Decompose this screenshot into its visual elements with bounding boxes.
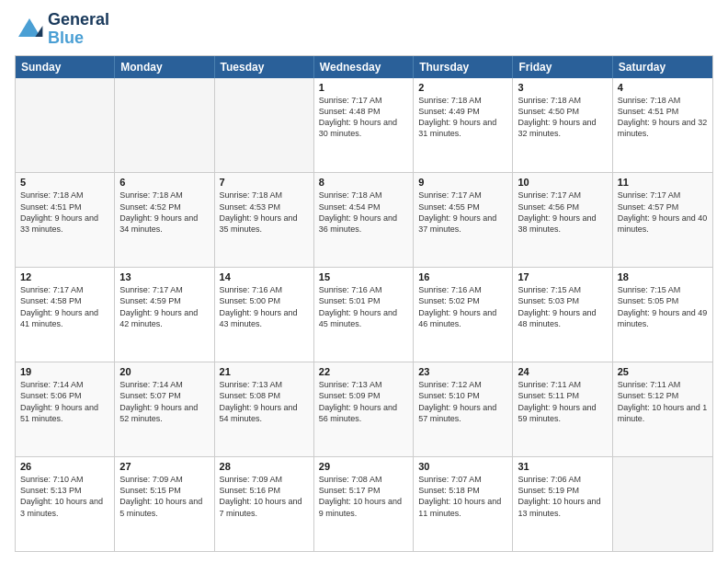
cell-info: Sunrise: 7:18 AMSunset: 4:50 PMDaylight:… [518,95,607,140]
week-row-3: 12Sunrise: 7:17 AMSunset: 4:58 PMDayligh… [16,267,712,362]
day-number: 3 [518,82,607,93]
week-row-4: 19Sunrise: 7:14 AMSunset: 5:06 PMDayligh… [16,362,712,456]
cell-info: Sunrise: 7:18 AMSunset: 4:49 PMDaylight:… [418,95,507,140]
day-number: 4 [618,82,708,93]
day-number: 2 [418,82,507,93]
cal-cell: 3Sunrise: 7:18 AMSunset: 4:50 PMDaylight… [513,78,612,173]
cell-info: Sunrise: 7:18 AMSunset: 4:52 PMDaylight:… [119,190,209,235]
day-number: 11 [618,177,708,188]
cal-cell [215,78,314,173]
cell-info: Sunrise: 7:08 AMSunset: 5:17 PMDaylight:… [319,474,408,519]
cell-info: Sunrise: 7:15 AMSunset: 5:03 PMDaylight:… [518,284,607,329]
cal-cell: 5Sunrise: 7:18 AMSunset: 4:51 PMDaylight… [16,173,115,267]
cell-info: Sunrise: 7:11 AMSunset: 5:11 PMDaylight:… [518,379,607,424]
cell-info: Sunrise: 7:11 AMSunset: 5:12 PMDaylight:… [618,379,708,424]
cal-cell [16,78,115,173]
cal-cell: 27Sunrise: 7:09 AMSunset: 5:15 PMDayligh… [115,457,214,551]
cell-info: Sunrise: 7:16 AMSunset: 5:02 PMDaylight:… [418,284,507,329]
cal-cell: 9Sunrise: 7:17 AMSunset: 4:55 PMDaylight… [414,173,513,267]
cal-cell: 20Sunrise: 7:14 AMSunset: 5:07 PMDayligh… [115,362,214,456]
cal-cell: 7Sunrise: 7:18 AMSunset: 4:53 PMDaylight… [215,173,314,267]
cell-info: Sunrise: 7:10 AMSunset: 5:13 PMDaylight:… [20,474,109,519]
cal-cell: 10Sunrise: 7:17 AMSunset: 4:56 PMDayligh… [513,173,612,267]
calendar-body: 1Sunrise: 7:17 AMSunset: 4:48 PMDaylight… [16,78,712,551]
day-number: 26 [20,461,109,472]
cell-info: Sunrise: 7:18 AMSunset: 4:53 PMDaylight:… [220,190,309,235]
day-header-friday: Friday [513,56,612,78]
cell-info: Sunrise: 7:17 AMSunset: 4:55 PMDaylight:… [418,190,507,235]
calendar-header: SundayMondayTuesdayWednesdayThursdayFrid… [16,56,712,78]
cell-info: Sunrise: 7:17 AMSunset: 4:56 PMDaylight:… [518,190,607,235]
day-number: 21 [220,366,309,377]
cal-cell: 8Sunrise: 7:18 AMSunset: 4:54 PMDaylight… [314,173,414,267]
day-header-thursday: Thursday [414,56,513,78]
cell-info: Sunrise: 7:17 AMSunset: 4:57 PMDaylight:… [618,190,708,235]
page: General Blue SundayMondayTuesdayWednesda… [0,0,728,563]
cal-cell: 14Sunrise: 7:16 AMSunset: 5:00 PMDayligh… [215,268,314,362]
calendar: SundayMondayTuesdayWednesdayThursdayFrid… [15,55,713,552]
cell-info: Sunrise: 7:06 AMSunset: 5:19 PMDaylight:… [518,474,607,519]
cal-cell: 16Sunrise: 7:16 AMSunset: 5:02 PMDayligh… [414,268,513,362]
logo: General Blue [15,11,109,48]
day-number: 9 [418,177,507,188]
day-header-sunday: Sunday [16,56,115,78]
cell-info: Sunrise: 7:14 AMSunset: 5:06 PMDaylight:… [20,379,109,424]
cell-info: Sunrise: 7:17 AMSunset: 4:58 PMDaylight:… [20,284,109,329]
day-number: 30 [418,461,507,472]
cell-info: Sunrise: 7:16 AMSunset: 5:01 PMDaylight:… [319,284,408,329]
day-number: 22 [319,366,408,377]
day-number: 1 [319,82,408,93]
day-number: 19 [20,366,109,377]
day-number: 16 [418,271,507,282]
cal-cell: 31Sunrise: 7:06 AMSunset: 5:19 PMDayligh… [513,457,612,551]
cal-cell: 30Sunrise: 7:07 AMSunset: 5:18 PMDayligh… [414,457,513,551]
cal-cell: 13Sunrise: 7:17 AMSunset: 4:59 PMDayligh… [115,268,214,362]
cal-cell: 25Sunrise: 7:11 AMSunset: 5:12 PMDayligh… [613,362,712,456]
cal-cell: 24Sunrise: 7:11 AMSunset: 5:11 PMDayligh… [513,362,612,456]
cal-cell: 15Sunrise: 7:16 AMSunset: 5:01 PMDayligh… [314,268,414,362]
header: General Blue [15,11,713,48]
cal-cell: 28Sunrise: 7:09 AMSunset: 5:16 PMDayligh… [215,457,314,551]
cal-cell [613,457,712,551]
day-number: 5 [20,177,109,188]
cal-cell: 6Sunrise: 7:18 AMSunset: 4:52 PMDaylight… [115,173,214,267]
day-number: 23 [418,366,507,377]
day-number: 24 [518,366,607,377]
cell-info: Sunrise: 7:16 AMSunset: 5:00 PMDaylight:… [220,284,309,329]
week-row-1: 1Sunrise: 7:17 AMSunset: 4:48 PMDaylight… [16,78,712,173]
cal-cell: 2Sunrise: 7:18 AMSunset: 4:49 PMDaylight… [414,78,513,173]
day-number: 13 [119,271,209,282]
cal-cell [115,78,214,173]
day-header-wednesday: Wednesday [314,56,414,78]
cell-info: Sunrise: 7:17 AMSunset: 4:59 PMDaylight:… [119,284,209,329]
day-number: 8 [319,177,408,188]
cell-info: Sunrise: 7:09 AMSunset: 5:16 PMDaylight:… [220,474,309,519]
day-number: 18 [618,271,708,282]
day-number: 28 [220,461,309,472]
cell-info: Sunrise: 7:13 AMSunset: 5:09 PMDaylight:… [319,379,408,424]
cal-cell: 12Sunrise: 7:17 AMSunset: 4:58 PMDayligh… [16,268,115,362]
logo-icon [15,15,44,44]
day-number: 20 [119,366,209,377]
cal-cell: 22Sunrise: 7:13 AMSunset: 5:09 PMDayligh… [314,362,414,456]
day-number: 10 [518,177,607,188]
cell-info: Sunrise: 7:07 AMSunset: 5:18 PMDaylight:… [418,474,507,519]
cal-cell: 19Sunrise: 7:14 AMSunset: 5:06 PMDayligh… [16,362,115,456]
cell-info: Sunrise: 7:14 AMSunset: 5:07 PMDaylight:… [119,379,209,424]
cal-cell: 17Sunrise: 7:15 AMSunset: 5:03 PMDayligh… [513,268,612,362]
cell-info: Sunrise: 7:12 AMSunset: 5:10 PMDaylight:… [418,379,507,424]
cell-info: Sunrise: 7:15 AMSunset: 5:05 PMDaylight:… [618,284,708,329]
week-row-5: 26Sunrise: 7:10 AMSunset: 5:13 PMDayligh… [16,456,712,551]
day-number: 27 [119,461,209,472]
day-number: 6 [119,177,209,188]
day-header-tuesday: Tuesday [215,56,314,78]
cell-info: Sunrise: 7:17 AMSunset: 4:48 PMDaylight:… [319,95,408,140]
day-number: 12 [20,271,109,282]
cal-cell: 29Sunrise: 7:08 AMSunset: 5:17 PMDayligh… [314,457,414,551]
cell-info: Sunrise: 7:18 AMSunset: 4:51 PMDaylight:… [20,190,109,235]
cal-cell: 23Sunrise: 7:12 AMSunset: 5:10 PMDayligh… [414,362,513,456]
cell-info: Sunrise: 7:18 AMSunset: 4:51 PMDaylight:… [618,95,708,140]
day-number: 14 [220,271,309,282]
cal-cell: 11Sunrise: 7:17 AMSunset: 4:57 PMDayligh… [613,173,712,267]
cell-info: Sunrise: 7:18 AMSunset: 4:54 PMDaylight:… [319,190,408,235]
